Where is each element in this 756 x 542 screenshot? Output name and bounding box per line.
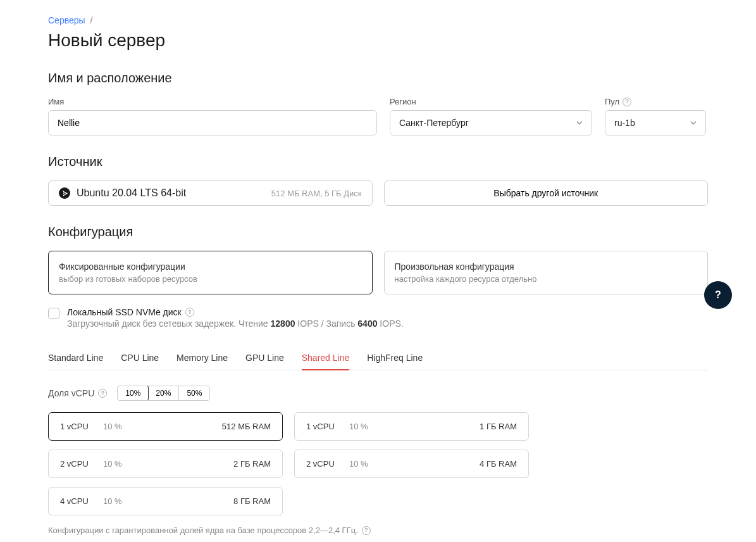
plan-pct: 10 %	[349, 422, 375, 431]
vcpu-share-segmented: 10%20%50%	[117, 386, 210, 401]
vcpu-share-20[interactable]: 20%	[148, 386, 179, 400]
source-card[interactable]: Ubuntu 20.04 LTS 64-bit 512 МБ RAM, 5 ГБ…	[48, 180, 373, 206]
footnote: Конфигурации с гарантированной долей ядр…	[48, 526, 708, 535]
region-value: Санкт-Петербург	[399, 118, 469, 128]
plan-card[interactable]: 1 vCPU10 %512 МБ RAM	[48, 412, 283, 441]
choose-other-source-button[interactable]: Выбрать другой источник	[384, 180, 709, 206]
ubuntu-icon	[59, 187, 70, 199]
source-os: Ubuntu 20.04 LTS 64-bit	[77, 187, 186, 199]
plan-card[interactable]: 1 vCPU10 %1 ГБ RAM	[294, 412, 529, 441]
config-card-fixed-desc: выбор из готовых наборов ресурсов	[59, 274, 362, 284]
help-fab[interactable]: ?	[704, 281, 732, 309]
tab-shared-line[interactable]: Shared Line	[302, 346, 350, 370]
vcpu-share-label: Доля vCPU ?	[48, 388, 107, 398]
plan-cpu: 1 vCPU	[306, 422, 338, 431]
section-source: Источник	[48, 154, 708, 169]
tab-cpu-line[interactable]: CPU Line	[121, 346, 159, 370]
name-input[interactable]	[58, 118, 368, 128]
tab-memory-line[interactable]: Memory Line	[177, 346, 228, 370]
pool-select[interactable]: ru-1b	[605, 110, 706, 136]
plan-cpu: 4 vCPU	[60, 496, 92, 506]
name-label: Имя	[48, 97, 377, 106]
vcpu-share-50[interactable]: 50%	[179, 386, 209, 400]
config-card-fixed[interactable]: Фиксированные конфигурации выбор из гото…	[48, 251, 373, 294]
section-name-location: Имя и расположение	[48, 71, 708, 85]
plan-card[interactable]: 4 vCPU10 %8 ГБ RAM	[48, 487, 283, 515]
name-input-wrapper[interactable]	[48, 110, 377, 136]
plan-pct: 10 %	[103, 496, 128, 506]
vcpu-share-10[interactable]: 10%	[117, 386, 149, 401]
config-card-custom-desc: настройка каждого ресурса отдельно	[395, 274, 698, 284]
section-config: Конфигурация	[48, 225, 708, 239]
help-icon[interactable]: ?	[623, 98, 631, 106]
plan-cpu: 2 vCPU	[60, 459, 92, 469]
plan-pct: 10 %	[103, 459, 128, 469]
ssd-desc: Загрузочный диск без сетевых задержек. Ч…	[67, 318, 404, 329]
plan-cpu: 1 vCPU	[60, 422, 92, 431]
pool-value: ru-1b	[614, 118, 635, 128]
plan-card[interactable]: 2 vCPU10 %4 ГБ RAM	[294, 450, 529, 478]
plan-card[interactable]: 2 vCPU10 %2 ГБ RAM	[48, 450, 283, 478]
help-icon[interactable]: ?	[362, 526, 371, 535]
pool-label: Пул ?	[605, 97, 706, 106]
plan-ram: 8 ГБ RAM	[233, 496, 271, 506]
svg-point-1	[66, 192, 67, 194]
source-reqs: 512 МБ RAM, 5 ГБ Диск	[271, 189, 362, 198]
ssd-checkbox[interactable]	[48, 308, 59, 319]
page-title: Новый сервер	[48, 30, 708, 51]
plans-grid: 1 vCPU10 %512 МБ RAM1 vCPU10 %1 ГБ RAM2 …	[48, 412, 529, 515]
plan-ram: 4 ГБ RAM	[480, 459, 517, 469]
plan-ram: 512 МБ RAM	[222, 422, 271, 431]
help-icon[interactable]: ?	[185, 308, 194, 317]
help-icon[interactable]: ?	[98, 389, 107, 398]
plan-ram: 2 ГБ RAM	[233, 459, 271, 469]
region-select[interactable]: Санкт-Петербург	[390, 110, 592, 136]
plan-pct: 10 %	[103, 422, 128, 431]
region-label: Регион	[390, 97, 592, 106]
svg-point-0	[63, 192, 66, 194]
ssd-title: Локальный SSD NVMe диск ?	[67, 307, 404, 317]
tab-highfreq-line[interactable]: HighFreq Line	[367, 346, 423, 370]
tab-gpu-line[interactable]: GPU Line	[245, 346, 284, 370]
breadcrumb-link-servers[interactable]: Серверы	[48, 15, 85, 25]
plan-pct: 10 %	[349, 459, 375, 469]
chevron-down-icon	[690, 120, 697, 126]
plan-cpu: 2 vCPU	[306, 459, 338, 469]
config-card-fixed-title: Фиксированные конфигурации	[59, 262, 362, 272]
config-card-custom-title: Произвольная конфигурация	[395, 262, 698, 272]
breadcrumb-separator: /	[90, 15, 93, 25]
breadcrumb: Серверы /	[48, 15, 708, 25]
svg-point-3	[63, 194, 64, 196]
svg-point-2	[63, 191, 64, 192]
chevron-down-icon	[576, 120, 583, 126]
tab-standard-line[interactable]: Standard Line	[48, 346, 103, 370]
config-tabs: Standard LineCPU LineMemory LineGPU Line…	[48, 346, 708, 370]
plan-ram: 1 ГБ RAM	[480, 422, 517, 431]
config-card-custom[interactable]: Произвольная конфигурация настройка кажд…	[384, 251, 709, 294]
